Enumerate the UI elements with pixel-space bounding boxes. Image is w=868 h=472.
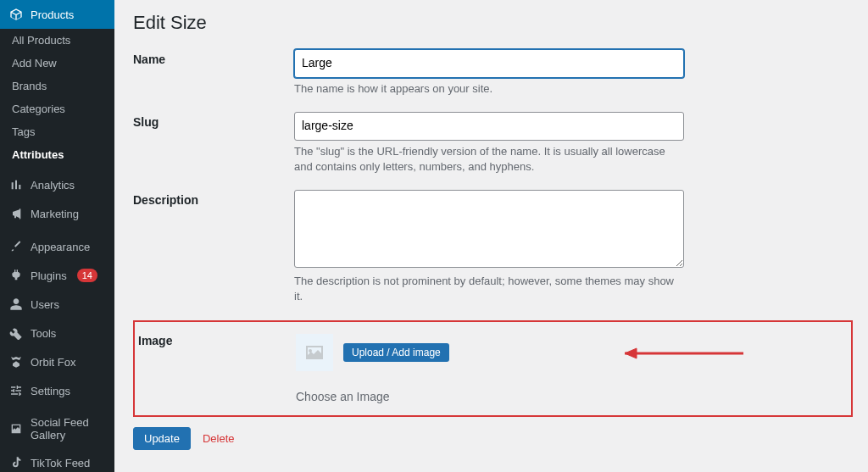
- slug-input[interactable]: [294, 112, 684, 141]
- sidebar-item-tools[interactable]: Tools: [0, 319, 114, 347]
- sidebar-item-label: Social Feed Gallery: [31, 416, 106, 441]
- sidebar-item-products[interactable]: Products: [0, 0, 114, 29]
- sidebar-item-label: Plugins: [31, 269, 67, 282]
- sidebar-item-brands[interactable]: Brands: [0, 75, 114, 97]
- image-section: Image Upload / Add image Choose an Image: [133, 320, 853, 417]
- description-label: Description: [133, 190, 294, 207]
- description-textarea[interactable]: [294, 190, 684, 268]
- brush-icon: [8, 239, 24, 254]
- sidebar-item-label: Marketing: [31, 208, 79, 220]
- description-row: Description The description is not promi…: [133, 190, 853, 304]
- fox-icon: [8, 354, 24, 369]
- slug-label: Slug: [133, 112, 294, 129]
- sidebar-item-label: Orbit Fox: [31, 356, 75, 369]
- sidebar-item-label: Tools: [31, 327, 56, 340]
- bar-chart-icon: [8, 177, 24, 192]
- main-content: Edit Size Name The name is how it appear…: [114, 0, 868, 472]
- choose-image-text: Choose an Image: [296, 390, 851, 403]
- sidebar-item-label: Settings: [31, 385, 70, 397]
- sidebar-item-label: Products: [31, 8, 74, 21]
- sliders-icon: [8, 383, 24, 398]
- wrench-icon: [8, 325, 24, 341]
- delete-link[interactable]: Delete: [203, 432, 235, 445]
- sidebar-item-tags[interactable]: Tags: [0, 120, 114, 143]
- sidebar-item-appearance[interactable]: Appearance: [0, 232, 114, 261]
- sidebar-item-label: TikTok Feed: [31, 457, 90, 469]
- sidebar-item-label: Analytics: [31, 179, 75, 192]
- sidebar-item-attributes[interactable]: Attributes: [0, 143, 114, 166]
- slug-row: Slug The "slug" is the URL-friendly vers…: [133, 112, 853, 175]
- sidebar-item-label: Users: [31, 298, 59, 311]
- form-actions: Update Delete: [133, 427, 853, 450]
- slug-help: The "slug" is the URL-friendly version o…: [294, 144, 684, 175]
- sidebar-item-categories[interactable]: Categories: [0, 97, 114, 120]
- update-button[interactable]: Update: [133, 427, 191, 450]
- image-thumbnail-placeholder: [296, 334, 333, 371]
- plug-icon: [8, 268, 24, 283]
- products-submenu: All Products Add New Brands Categories T…: [0, 29, 114, 166]
- admin-sidebar: Products All Products Add New Brands Cat…: [0, 0, 114, 472]
- gallery-icon: [8, 421, 24, 436]
- sidebar-item-settings[interactable]: Settings: [0, 376, 114, 405]
- sidebar-item-tiktok[interactable]: TikTok Feed: [0, 448, 114, 472]
- megaphone-icon: [8, 206, 24, 221]
- upload-add-image-button[interactable]: Upload / Add image: [343, 343, 449, 362]
- sidebar-item-plugins[interactable]: Plugins 14: [0, 261, 114, 290]
- sidebar-item-all-products[interactable]: All Products: [0, 29, 114, 52]
- name-help: The name is how it appears on your site.: [294, 81, 684, 97]
- image-icon: [304, 344, 325, 361]
- sidebar-item-label: Appearance: [31, 241, 90, 253]
- sidebar-item-analytics[interactable]: Analytics: [0, 170, 114, 199]
- sidebar-item-marketing[interactable]: Marketing: [0, 199, 114, 228]
- user-icon: [8, 297, 24, 312]
- name-input[interactable]: [294, 49, 684, 78]
- name-row: Name The name is how it appears on your …: [133, 49, 853, 97]
- tiktok-icon: [8, 455, 24, 470]
- sidebar-item-users[interactable]: Users: [0, 290, 114, 319]
- page-title: Edit Size: [133, 12, 853, 34]
- sidebar-item-social-feed[interactable]: Social Feed Gallery: [0, 409, 114, 448]
- plugins-badge: 14: [77, 269, 97, 282]
- name-label: Name: [133, 49, 294, 66]
- box-icon: [8, 7, 24, 22]
- description-help: The description is not prominent by defa…: [294, 274, 684, 304]
- sidebar-item-add-new[interactable]: Add New: [0, 52, 114, 75]
- sidebar-item-orbitfox[interactable]: Orbit Fox: [0, 347, 114, 376]
- image-label: Image: [135, 334, 296, 347]
